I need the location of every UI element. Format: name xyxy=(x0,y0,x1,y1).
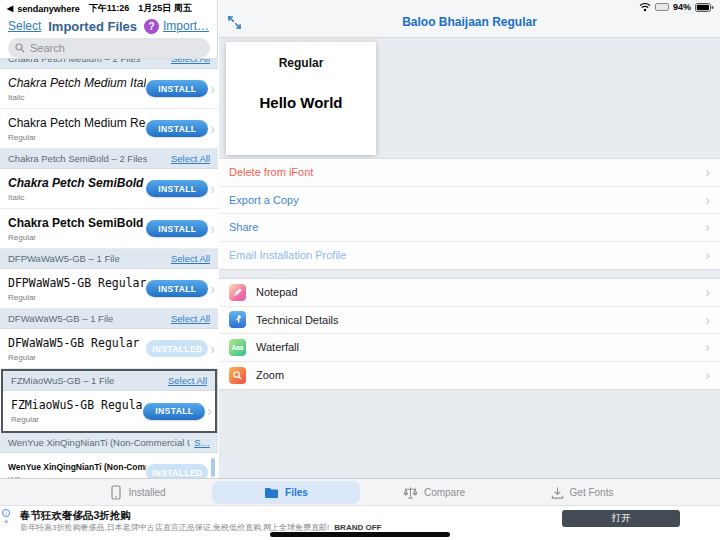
import-button[interactable]: Import… xyxy=(163,19,209,33)
font-preview-card[interactable]: Regular Hello World xyxy=(226,42,376,155)
font-actions-group: Delete from iFont › Export a Copy › Shar… xyxy=(219,158,720,270)
install-button[interactable]: INSTALL xyxy=(146,80,208,97)
share-row[interactable]: Share › xyxy=(219,214,720,242)
font-subtitle: Regular xyxy=(8,133,146,142)
font-name: WenYue XinQingNianTi (Non-Commercial Use… xyxy=(8,462,146,472)
help-icon[interactable]: ? xyxy=(144,19,159,34)
email-installation-profile-row[interactable]: Email Installation Profile › xyxy=(219,242,720,270)
scrollbar-thumb[interactable] xyxy=(211,458,215,477)
ad-info-icon[interactable]: i xyxy=(2,509,10,517)
ad-controls: i × xyxy=(2,509,10,526)
font-row[interactable]: WenYue XinQingNianTi (Non-Commercial Use… xyxy=(0,453,218,478)
status-bar-right: 94% xyxy=(639,2,714,12)
chevron-right-icon: › xyxy=(705,312,710,328)
install-button[interactable]: INSTALL xyxy=(146,180,208,197)
chevron-right-icon: › xyxy=(705,219,710,235)
font-name: Chakra Petch Medium Regular xyxy=(8,116,146,130)
font-subtitle: Regular xyxy=(8,353,146,362)
font-subtitle: Regular xyxy=(11,415,143,424)
font-subtitle: Italic xyxy=(8,93,146,102)
section-header: DFPWaWaW5-GB – 1 File Select All xyxy=(0,249,218,269)
font-row[interactable]: DFWaWaW5-GB Regular Regular INSTALLED › xyxy=(0,329,218,369)
export-a-copy-row[interactable]: Export a Copy › xyxy=(219,187,720,215)
wifi-icon xyxy=(639,2,651,12)
technical-details-icon xyxy=(229,311,246,328)
chevron-right-icon: › xyxy=(210,221,215,237)
ad-banner: i × 春节狂欢奢侈品3折抢购 新年特惠3折抢购奢侈品,日本老牌中古店直营正品保… xyxy=(0,505,720,532)
font-detail-title: Baloo Bhaijaan Regular xyxy=(219,15,720,29)
imported-files-panel: Select Imported Files ? Import… Search C… xyxy=(0,0,218,478)
technical-details-row[interactable]: Technical Details › xyxy=(219,307,720,335)
font-name: Chakra Petch SemiBold Regular xyxy=(8,216,146,230)
ad-brand: BRAND OFF xyxy=(334,523,381,532)
select-all-link[interactable]: Select All xyxy=(171,253,210,264)
home-indicator[interactable] xyxy=(270,532,450,537)
installed-button: INSTALLED xyxy=(146,464,208,478)
install-button[interactable]: INSTALL xyxy=(143,403,205,420)
font-name: Chakra Petch SemiBold Italic xyxy=(8,176,146,190)
back-to-app-icon[interactable]: ◀ xyxy=(7,4,13,13)
status-time: 下午11:26 xyxy=(89,2,130,15)
font-row[interactable]: Chakra Petch Medium Italic Italic INSTAL… xyxy=(0,69,218,109)
search-icon xyxy=(15,43,25,53)
font-row[interactable]: DFPWaWaW5-GB Regular Regular INSTALL › xyxy=(0,269,218,309)
install-button[interactable]: INSTALL xyxy=(146,120,208,137)
chevron-right-icon: › xyxy=(705,192,710,208)
ad-close-icon[interactable]: × xyxy=(4,518,9,526)
font-row[interactable]: Chakra Petch SemiBold Regular Regular IN… xyxy=(0,209,218,249)
bottom-tab-bar: Installed Files Compare Get Fonts xyxy=(0,478,720,505)
chevron-right-icon: › xyxy=(705,339,710,355)
select-all-link[interactable]: Select All xyxy=(171,58,210,64)
compare-scales-icon xyxy=(403,486,418,500)
ad-open-button[interactable]: 打开 xyxy=(562,510,680,527)
font-row[interactable]: FZMiaoWuS-GB Regular Regular INSTALL › xyxy=(3,391,215,431)
tab-installed[interactable]: Installed xyxy=(64,481,212,504)
select-all-link[interactable]: S… xyxy=(194,437,210,448)
get-fonts-download-icon xyxy=(551,486,564,500)
notepad-row[interactable]: Notepad › xyxy=(219,279,720,307)
select-all-link[interactable]: Select All xyxy=(171,313,210,324)
delete-from-ifont-row[interactable]: Delete from iFont › xyxy=(219,159,720,187)
font-list: Chakra Petch Medium – 2 Files Select All… xyxy=(0,58,218,478)
zoom-row[interactable]: Zoom › xyxy=(219,362,720,390)
font-subtitle: Italic xyxy=(8,193,146,202)
waterfall-row[interactable]: Aaa Waterfall › xyxy=(219,334,720,362)
select-all-link[interactable]: Select All xyxy=(171,153,210,164)
zoom-icon xyxy=(229,367,246,384)
section-header: Chakra Petch SemiBold – 2 Files Select A… xyxy=(0,149,218,169)
panel-title: Imported Files xyxy=(41,19,144,34)
chevron-right-icon: › xyxy=(705,284,710,300)
status-date: 1月25日 周五 xyxy=(138,2,192,15)
chevron-right-icon: › xyxy=(207,403,212,419)
waterfall-icon: Aaa xyxy=(229,339,246,356)
chevron-right-icon: › xyxy=(705,367,710,383)
tab-files[interactable]: Files xyxy=(212,481,360,504)
section-header: WenYue XinQingNianTi (Non-Commercial Use… xyxy=(0,433,218,453)
select-button[interactable]: Select xyxy=(8,19,41,33)
font-row[interactable]: Chakra Petch SemiBold Italic Italic INST… xyxy=(0,169,218,209)
chevron-right-icon: › xyxy=(210,81,215,97)
battery-percent: 94% xyxy=(673,2,691,12)
font-subtitle: Regular xyxy=(8,233,146,242)
accessory-battery-icon xyxy=(655,3,669,11)
tab-get-fonts[interactable]: Get Fonts xyxy=(508,481,656,504)
chevron-right-icon: › xyxy=(210,281,215,297)
chevron-right-icon: › xyxy=(705,247,710,263)
search-input[interactable]: Search xyxy=(8,38,210,58)
font-name: Chakra Petch Medium Italic xyxy=(8,76,146,90)
font-name: DFPWaWaW5-GB Regular xyxy=(8,276,146,290)
font-tools-group: Notepad › Technical Details › Aaa Waterf… xyxy=(219,278,720,390)
install-button[interactable]: INSTALL xyxy=(146,220,208,237)
preview-sample-text: Hello World xyxy=(226,94,376,111)
installed-button: INSTALLED xyxy=(146,340,208,357)
font-row[interactable]: Chakra Petch Medium Regular Regular INST… xyxy=(0,109,218,149)
section-header: DFWaWaW5-GB – 1 File Select All xyxy=(0,309,218,329)
chevron-right-icon: › xyxy=(210,121,215,137)
ad-title[interactable]: 春节狂欢奢侈品3折抢购 xyxy=(20,509,131,523)
tab-compare[interactable]: Compare xyxy=(360,481,508,504)
font-name: DFWaWaW5-GB Regular xyxy=(8,336,146,350)
install-button[interactable]: INSTALL xyxy=(146,280,208,297)
select-all-link[interactable]: Select All xyxy=(168,375,207,386)
chevron-right-icon: › xyxy=(210,181,215,197)
back-to-app-label[interactable]: sendanywhere xyxy=(17,4,80,14)
